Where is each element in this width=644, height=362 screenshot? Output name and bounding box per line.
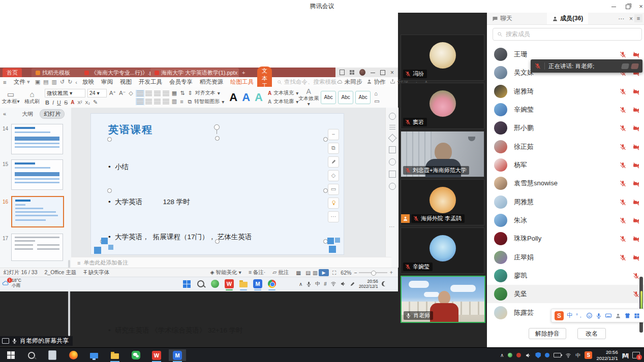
wps-restore-icon[interactable] — [380, 69, 385, 76]
slide-thumbnail-17[interactable] — [11, 234, 63, 261]
missing-font-status[interactable]: T 缺失字体 — [83, 269, 109, 276]
tray-expand-icon[interactable]: ∧ — [500, 352, 504, 358]
align-left-icon[interactable] — [137, 99, 143, 104]
selection-handle[interactable] — [323, 188, 328, 193]
redo-icon[interactable]: ↻ — [68, 79, 72, 85]
print-icon[interactable]: ▥ — [52, 79, 57, 85]
zoom-out-button[interactable]: − — [354, 270, 357, 276]
text-direction-icon[interactable]: ▦ — [171, 90, 177, 96]
wps-minimize-icon[interactable] — [371, 69, 375, 76]
text-outline-button[interactable]: A文本轮廓▾ — [268, 98, 298, 105]
animation-pane-icon[interactable] — [389, 125, 395, 130]
page-setup-icon[interactable]: ▭ — [374, 98, 380, 105]
slides-tab[interactable]: 幻灯片 — [40, 109, 65, 119]
strike-button[interactable]: S — [64, 100, 68, 106]
cam-off-icon[interactable] — [633, 125, 639, 131]
tray-battery-icon[interactable] — [554, 353, 561, 357]
hamburger-icon[interactable]: ≡ — [3, 79, 7, 85]
mic-off-icon[interactable] — [620, 107, 626, 113]
highlight-button[interactable]: ✎ — [93, 99, 98, 106]
scroll-left-icon[interactable]: ‹ — [75, 79, 77, 85]
bullet-list-icon[interactable] — [137, 91, 143, 96]
cam-off-icon[interactable] — [633, 236, 639, 242]
distribute-icon[interactable]: ≡ — [179, 98, 183, 105]
save-icon[interactable]: ▣ — [35, 79, 40, 85]
undo-icon[interactable]: ↺ — [60, 79, 65, 85]
menu-tab-drawing-tools[interactable]: 绘图工具 — [230, 78, 254, 86]
export-icon[interactable]: ▤ — [43, 79, 48, 85]
member-row[interactable]: 廖凯 — [487, 267, 644, 285]
taskbar-wechat[interactable] — [127, 349, 144, 361]
wps-account-avatar[interactable] — [359, 69, 365, 76]
cam-off-icon[interactable] — [633, 107, 639, 113]
slide-textbox[interactable]: 小结 大学英语 128 学时 大学英语， 拓展课程（17门）， 艺体生英语 特色… — [108, 138, 327, 362]
member-row[interactable]: 徐正茹 — [487, 138, 644, 156]
to-smartart-button[interactable]: ⧉转智能图形▾ — [187, 98, 224, 105]
ime-mode-indicator[interactable]: |M| — [622, 352, 628, 358]
weather-widget[interactable]: 1 18°C小雨 — [2, 278, 21, 288]
tray-handwriting-icon[interactable]: # — [324, 281, 327, 287]
keyboard-icon[interactable] — [605, 312, 612, 319]
tab-chat[interactable]: 聊天 — [487, 13, 517, 24]
apps-grid-icon[interactable] — [350, 70, 354, 75]
font-name-select[interactable]: 微软雅黑 ▾ — [45, 89, 85, 97]
mic-off-icon[interactable] — [620, 51, 626, 58]
cam-off-icon[interactable] — [633, 217, 639, 224]
selection-handle[interactable] — [107, 137, 112, 142]
taskbar-tablet-app[interactable] — [44, 349, 61, 361]
text-fill-button[interactable]: A文本填充▾ — [268, 89, 298, 96]
wordart-style-3[interactable]: Abc — [355, 91, 371, 104]
help-icon[interactable] — [389, 183, 396, 190]
format-painter-button[interactable]: ⌂格式刷 — [21, 90, 43, 105]
member-row[interactable]: 珠珠Polly — [487, 229, 644, 248]
decrease-indent-icon[interactable] — [154, 91, 161, 96]
tray-expand-icon[interactable]: ∧ — [299, 281, 302, 287]
wps-close-icon[interactable]: × — [390, 69, 394, 76]
ime-punct-toggle[interactable]: °， — [576, 312, 583, 319]
layers-button[interactable]: ⧉ — [328, 143, 339, 154]
tray-ime[interactable]: 中 — [315, 280, 320, 287]
sidebar-more-icon[interactable]: ⋯ — [386, 223, 398, 230]
rotate-handle[interactable] — [213, 124, 220, 134]
tray-sogou-icon[interactable]: S — [585, 351, 592, 359]
increase-font-icon[interactable]: A⁺ — [109, 90, 116, 96]
bold-button[interactable]: B — [45, 100, 50, 106]
selection-handle[interactable] — [215, 239, 220, 244]
tray-security-icon[interactable] — [535, 352, 541, 358]
text-style-black[interactable]: A — [229, 91, 237, 104]
workspace-icon[interactable] — [340, 70, 345, 75]
wps-docer-tab[interactable]: 找稻壳模板 — [32, 68, 83, 77]
action-center-icon[interactable]: 1 — [632, 352, 640, 358]
video-tile-xinwanying[interactable]: 辛婉莹 — [401, 227, 484, 274]
tray-bluetooth-icon[interactable] — [545, 353, 549, 357]
cam-off-icon[interactable] — [633, 199, 639, 206]
cam-off-icon[interactable] — [633, 254, 639, 261]
emoji-icon[interactable] — [586, 312, 593, 319]
taskbar-meeting[interactable]: M — [252, 278, 263, 289]
menu-tab-member[interactable]: 会员专享 — [169, 78, 193, 86]
tray-network-icon[interactable] — [565, 352, 571, 358]
taskbar-meeting[interactable]: M — [169, 349, 186, 361]
more-tools-button[interactable]: ⋯ — [328, 211, 339, 222]
cam-off-icon[interactable] — [633, 180, 639, 187]
panel-close-icon[interactable]: × — [629, 15, 633, 22]
collab-button[interactable]: 协作 — [366, 78, 385, 86]
tab-members[interactable]: 成员(36) — [547, 13, 588, 24]
taskbar-wps[interactable]: W — [148, 349, 165, 361]
properties-icon[interactable] — [389, 113, 396, 120]
toolbox-grid-icon[interactable] — [634, 313, 640, 319]
mic-off-icon[interactable] — [633, 273, 639, 279]
wordart-style-2[interactable]: Abc — [338, 91, 353, 104]
cam-off-icon[interactable] — [633, 51, 639, 58]
clear-format-icon[interactable]: ◇ — [128, 90, 133, 96]
new-tab-button[interactable]: + — [238, 68, 249, 77]
sogou-logo-icon[interactable]: S — [555, 311, 564, 320]
taskbar-app-green[interactable] — [209, 278, 221, 289]
close-button[interactable]: × — [633, 0, 644, 13]
text-effect-button[interactable]: A文本效果▾ — [298, 88, 319, 107]
member-row[interactable]: 朱冰 — [487, 211, 644, 229]
focus-assist-icon[interactable] — [382, 281, 387, 286]
tray-speaker-icon[interactable] — [525, 352, 531, 358]
align-right-icon[interactable] — [154, 99, 161, 104]
wps-pdf-tab[interactable]: 《海南大学专业...行)》.pdf — [80, 68, 154, 77]
